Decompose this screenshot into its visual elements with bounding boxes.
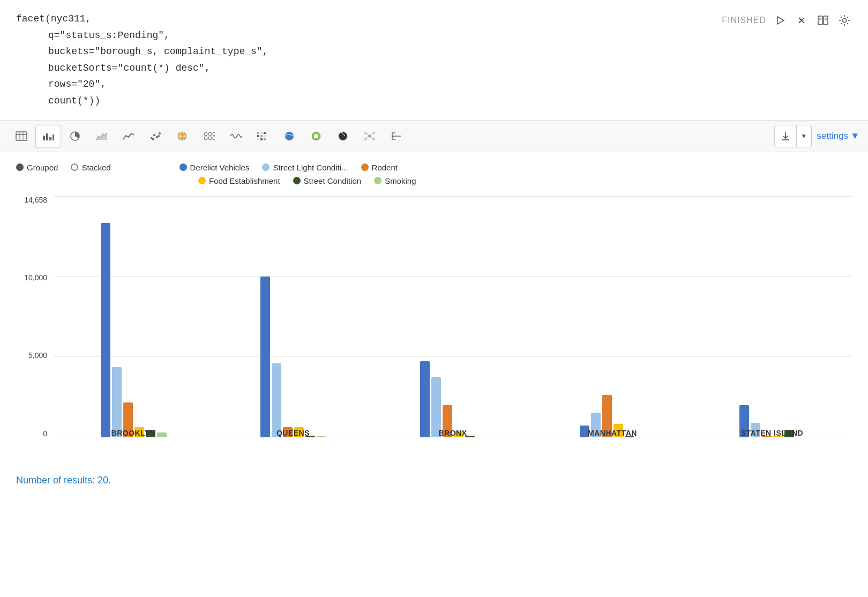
tab-network[interactable] <box>357 125 383 147</box>
tab-globe2[interactable] <box>276 125 302 147</box>
tab-bubble[interactable] <box>196 125 222 147</box>
borough-group-manhattan: MANHATTAN <box>533 395 692 437</box>
tab-heatmap[interactable] <box>250 125 275 147</box>
legend-food-label: Food Establishment <box>209 176 280 185</box>
results-text: Number of results: 20. <box>16 475 852 486</box>
legend-street-cond-dot <box>293 177 301 184</box>
code-line-2: q="status_s:Pending", <box>16 27 268 44</box>
svg-rect-42 <box>260 138 263 140</box>
legend-row-1: Grouped Stacked Derelict Vehicles Street… <box>16 163 852 172</box>
settings-label: settings <box>817 131 849 141</box>
borough-group-bronx: BRONX <box>373 361 533 437</box>
tab-area[interactable] <box>89 125 115 147</box>
bar-chart: 14,658 10,000 5,000 0 BROOKLYNQUEENSBRON… <box>16 196 852 453</box>
svg-point-31 <box>204 137 207 140</box>
x-label-brooklyn: BROOKLYN <box>54 429 213 437</box>
borough-group-staten-island: STATEN ISLAND <box>692 405 852 437</box>
svg-marker-19 <box>96 133 107 140</box>
svg-point-25 <box>158 135 160 137</box>
tab-globe1[interactable] <box>169 125 195 147</box>
svg-point-29 <box>204 132 207 136</box>
code-line-5: rows="20", <box>16 76 268 93</box>
svg-line-53 <box>365 133 370 136</box>
tab-bar-chart[interactable] <box>35 125 61 147</box>
svg-line-55 <box>365 136 370 139</box>
code-line-6: count(*)) <box>16 93 268 109</box>
tab-bar: ▼ settings ▼ <box>0 121 868 152</box>
legend-street-light-label: Street Light Conditi... <box>273 163 348 172</box>
code-line-1: facet(nyc311, <box>16 11 268 27</box>
chart-plot: BROOKLYNQUEENSBRONXMANHATTANSTATEN ISLAN… <box>54 196 852 453</box>
settings-icon-button[interactable] <box>837 13 852 28</box>
tab-donut[interactable] <box>303 125 329 147</box>
svg-line-54 <box>370 133 374 136</box>
svg-rect-10 <box>16 132 27 140</box>
code-line-4: bucketSorts="count(*) desc", <box>16 60 268 77</box>
svg-point-46 <box>314 134 318 138</box>
svg-point-9 <box>843 19 847 23</box>
legend-grouped[interactable]: Grouped <box>16 163 58 172</box>
legend-food-dot <box>198 177 206 184</box>
tab-pie[interactable] <box>62 125 88 147</box>
toolbar-right: FINISHED <box>722 11 852 28</box>
tab-table[interactable] <box>9 125 34 147</box>
svg-line-56 <box>370 136 374 139</box>
code-line-3: buckets="borough_s, complaint_type_s", <box>16 43 268 60</box>
y-axis: 14,658 10,000 5,000 0 <box>16 196 54 453</box>
legend-derelict[interactable]: Derelict Vehicles <box>179 163 250 172</box>
x-label-manhattan: MANHATTAN <box>533 429 692 437</box>
download-button[interactable] <box>774 125 797 147</box>
legend-food[interactable]: Food Establishment <box>198 176 280 185</box>
bar-1-0[interactable] <box>260 277 270 437</box>
code-block: facet(nyc311, q="status_s:Pending", buck… <box>16 11 268 109</box>
tab-map[interactable] <box>330 125 356 147</box>
legend-rodent-dot <box>361 163 369 171</box>
bar-2-0[interactable] <box>420 361 430 437</box>
legend-grouped-label: Grouped <box>27 163 58 172</box>
svg-point-30 <box>208 132 212 136</box>
svg-rect-38 <box>257 135 259 137</box>
svg-point-34 <box>213 137 215 140</box>
legend-grouped-dot <box>16 163 24 171</box>
y-label-10000: 10,000 <box>24 274 47 281</box>
svg-point-24 <box>152 138 154 140</box>
x-label-bronx: BRONX <box>373 429 533 437</box>
legend-stacked-label: Stacked <box>81 163 110 172</box>
settings-button[interactable]: settings ▼ <box>817 131 859 141</box>
docs-button[interactable] <box>815 13 830 28</box>
legend-street-cond-label: Street Condition <box>304 176 362 185</box>
legend-smoking-label: Smoking <box>385 176 416 185</box>
legend-smoking[interactable]: Smoking <box>374 176 416 185</box>
legend: Grouped Stacked Derelict Vehicles Street… <box>16 163 852 185</box>
tab-line[interactable] <box>116 125 141 147</box>
legend-street-cond[interactable]: Street Condition <box>293 176 362 185</box>
tab-wave[interactable] <box>223 125 249 147</box>
svg-rect-4 <box>824 16 828 25</box>
x-label-queens: QUEENS <box>213 429 373 437</box>
svg-point-33 <box>213 132 215 136</box>
tab-scatter[interactable] <box>143 125 168 147</box>
svg-rect-16 <box>49 137 51 140</box>
svg-point-23 <box>159 132 161 135</box>
legend-derelict-label: Derelict Vehicles <box>190 163 250 172</box>
run-button[interactable] <box>773 13 788 28</box>
legend-row-2: Food Establishment Street Condition Smok… <box>16 176 852 185</box>
tab-tree[interactable] <box>384 125 409 147</box>
status-label: FINISHED <box>722 16 766 25</box>
legend-rodent-label: Rodent <box>372 163 398 172</box>
svg-marker-0 <box>777 17 784 24</box>
borough-group-queens: QUEENS <box>213 277 373 437</box>
svg-point-21 <box>153 134 155 136</box>
chart-inner: 14,658 10,000 5,000 0 BROOKLYNQUEENSBRON… <box>16 196 852 453</box>
download-dropdown[interactable]: ▼ <box>797 125 812 147</box>
stop-button[interactable] <box>794 13 809 28</box>
bar-0-1[interactable] <box>112 367 122 437</box>
svg-rect-40 <box>264 135 266 137</box>
legend-rodent[interactable]: Rodent <box>361 163 398 172</box>
legend-stacked[interactable]: Stacked <box>71 163 110 172</box>
bar-1-1[interactable] <box>272 363 281 437</box>
svg-point-44 <box>285 132 294 140</box>
code-section: facet(nyc311, q="status_s:Pending", buck… <box>0 0 868 121</box>
legend-street-light[interactable]: Street Light Conditi... <box>262 163 348 172</box>
bar-0-0[interactable] <box>101 223 110 437</box>
